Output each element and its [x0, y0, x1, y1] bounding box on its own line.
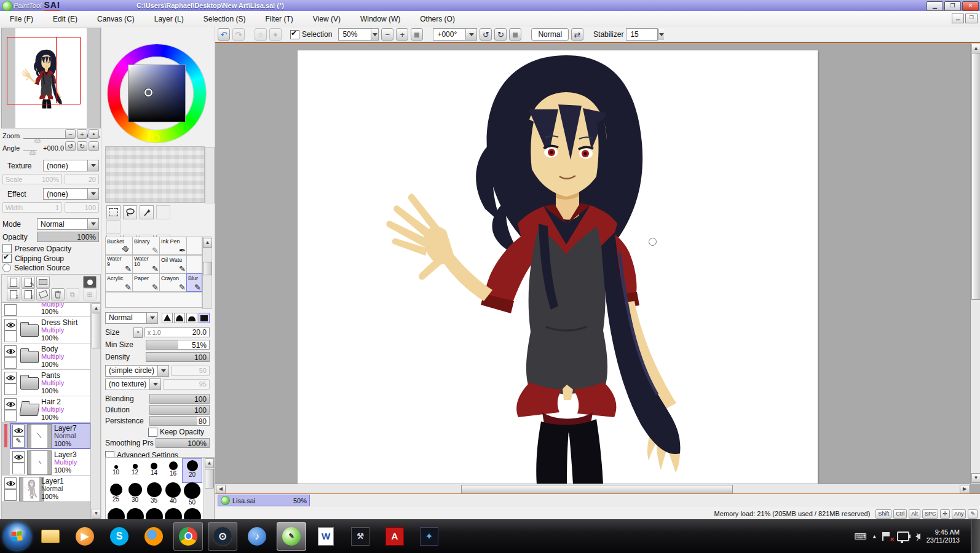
taskbar-word-icon[interactable]: W [311, 522, 341, 551]
brush-oil-water[interactable]: Oil Wate✎ [159, 255, 187, 273]
angle-dropdown-button[interactable] [465, 29, 476, 40]
clock[interactable]: 9:45 AM 23/11/2013 [927, 528, 965, 544]
visibility-eye-icon[interactable] [4, 398, 17, 410]
zoom-in-button[interactable]: + [396, 28, 408, 41]
edge-square-button[interactable] [199, 313, 210, 323]
magic-wand-tool[interactable] [140, 205, 154, 219]
menu-file[interactable]: File (F) [0, 12, 43, 26]
sizes-scroll-thumb[interactable] [205, 469, 214, 488]
visibility-eye-icon[interactable] [4, 372, 17, 383]
volume-icon[interactable] [915, 533, 920, 539]
nav-rotate-ccw-button[interactable]: ↺ [65, 141, 76, 151]
taskbar-battlenet-icon[interactable]: ✦ [414, 522, 444, 551]
brush-scroll-thumb[interactable] [203, 262, 212, 275]
layers-scroll-down[interactable]: ▼ [92, 509, 101, 519]
layer-opacity-bar[interactable]: 100% [37, 232, 99, 242]
keep-opacity-checkbox[interactable] [148, 428, 157, 437]
visibility-eye-icon[interactable] [12, 451, 25, 463]
rotate-ccw-button[interactable]: ↺ [480, 28, 492, 41]
nav-angle-slider[interactable] [23, 146, 37, 151]
preserve-opacity-checkbox[interactable] [2, 244, 12, 253]
brush-empty-row[interactable] [105, 292, 202, 308]
paste-layer-button[interactable]: ⊞ [83, 288, 97, 300]
menu-window[interactable]: Window (W) [350, 12, 410, 26]
zoom-out-button[interactable]: − [381, 28, 393, 41]
taskbar-skype-icon[interactable]: S [105, 522, 134, 551]
size-unit-button[interactable]: ▾ [133, 327, 143, 338]
min-size-bar[interactable]: 51% [146, 340, 210, 350]
tray-expand-icon[interactable]: ▴ [873, 533, 876, 539]
layer-row-body[interactable]: Body Multiply 100% [2, 343, 91, 370]
merge-visible-button[interactable]: ⧉ [66, 288, 79, 300]
size-preset-partial[interactable] [144, 507, 164, 520]
minimize-button[interactable]: ▁ [927, 1, 943, 11]
size-preset-partial[interactable] [164, 507, 183, 520]
zoom-reset-button[interactable] [411, 28, 423, 41]
visibility-eye-icon[interactable] [4, 345, 17, 357]
clipping-group-row[interactable]: Clipping Group [2, 254, 100, 263]
selection-source-radio[interactable] [2, 264, 11, 272]
merge-down-button[interactable]: ⇩ [22, 288, 35, 300]
size-preset-25[interactable]: 25 [106, 482, 125, 506]
menu-layer[interactable]: Layer (L) [144, 12, 194, 26]
saturation-value-square[interactable] [128, 65, 185, 122]
zoom-dropdown-button[interactable] [371, 29, 378, 40]
touch-keyboard-icon[interactable]: ⌨ [855, 531, 867, 541]
new-linework-layer-button[interactable]: ✎ [22, 276, 35, 288]
density-bar[interactable]: 100 [146, 352, 210, 362]
persistence-bar[interactable]: 80 [149, 416, 210, 426]
taskbar-chrome-icon[interactable] [173, 522, 203, 551]
taskbar-adobe-reader-icon[interactable]: A [380, 522, 409, 551]
layer-row-hair2[interactable]: Hair 2 Multiply 100% [2, 396, 91, 423]
navigator-view-rectangle[interactable] [7, 37, 81, 104]
size-preset-partial[interactable] [183, 507, 202, 520]
brush-bucket[interactable]: Bucket [105, 237, 133, 255]
layers-scroll-thumb[interactable] [92, 313, 101, 348]
network-icon[interactable] [897, 531, 909, 541]
edge-flat-button[interactable] [186, 313, 197, 323]
brush-empty-slot[interactable] [186, 237, 202, 255]
size-preset-partial[interactable] [106, 507, 125, 520]
blending-bar[interactable]: 100 [149, 394, 210, 404]
edge-mode-dropdown-button[interactable] [146, 313, 157, 323]
size-preset-35[interactable]: 35 [144, 482, 164, 506]
size-preset-14[interactable]: 14 [144, 459, 164, 482]
brush-ink-pen[interactable]: Ink Pen✒ [159, 237, 187, 255]
angle-combobox[interactable]: +000° [433, 28, 477, 41]
nav-zoom-reset-button[interactable]: ▪ [89, 129, 99, 139]
brush-binary[interactable]: Binary✎ [132, 237, 160, 255]
nav-angle-reset-button[interactable]: ▪ [89, 141, 99, 151]
effect-dropdown-button[interactable] [87, 189, 98, 199]
smoothing-bar[interactable]: 100% [156, 438, 210, 448]
layer-row-layer1[interactable]: Layer1 Normal 100% [2, 476, 91, 502]
layer-checkbox[interactable] [4, 489, 17, 501]
sv-selector[interactable] [144, 88, 152, 96]
size-presets-scrollbar[interactable]: ▲ [204, 458, 214, 520]
nav-zoom-in-button[interactable]: + [77, 129, 87, 139]
clear-layer-button[interactable] [36, 288, 50, 300]
deselect-button[interactable]: ◇ [255, 28, 267, 41]
edge-round-button[interactable] [174, 313, 185, 323]
scroll-right-button[interactable]: ▶ [960, 485, 970, 494]
layer-row-layer7-selected[interactable]: ✎ Layer7 Normal 100% [10, 423, 91, 449]
preserve-opacity-row[interactable]: Preserve Opacity [2, 244, 100, 253]
horizontal-scrollbar[interactable]: ◀ ▶ [215, 484, 970, 493]
scroll-down-button[interactable]: ▼ [971, 473, 980, 483]
menu-edit[interactable]: Edit (E) [43, 12, 87, 26]
new-folder-button[interactable] [36, 276, 50, 288]
layer-mode-dropdown[interactable]: Normal [37, 218, 99, 230]
layer-row-layer3[interactable]: Layer3 Multiply 100% [10, 449, 91, 476]
transfer-down-button[interactable]: ↧ [7, 288, 20, 300]
angle-reset-button[interactable] [509, 28, 521, 41]
drawing-canvas[interactable] [298, 50, 818, 484]
delete-layer-button[interactable] [51, 288, 65, 300]
nav-zoom-out-button[interactable]: − [65, 129, 76, 139]
vertical-scroll-thumb[interactable] [971, 53, 980, 300]
hue-selector[interactable] [152, 134, 160, 142]
zoom-combobox[interactable]: 50% [338, 28, 379, 41]
paint-mode-icon[interactable]: ✎ [12, 436, 25, 448]
rotate-cw-button[interactable]: ↻ [494, 28, 507, 41]
brush-shape-dropdown[interactable]: (simple circle) [105, 365, 169, 377]
clipping-group-checkbox[interactable] [2, 254, 12, 263]
visibility-eye-icon[interactable] [12, 425, 25, 436]
